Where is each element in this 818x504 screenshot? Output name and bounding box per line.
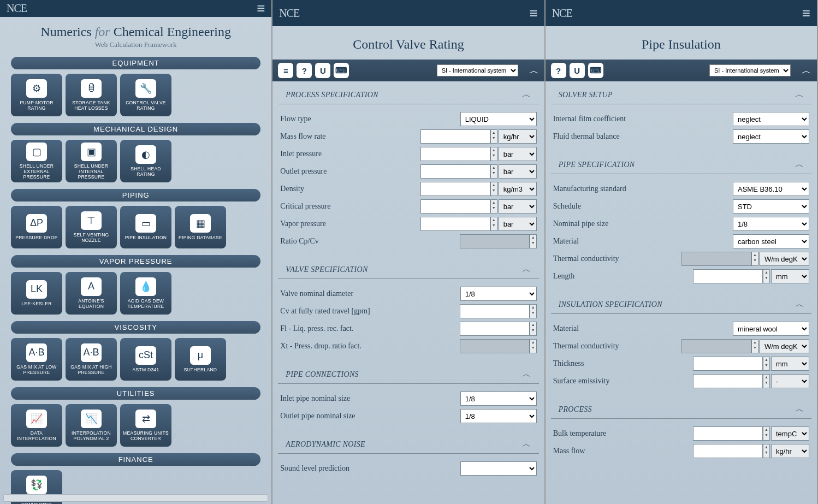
tile-data-interpolation[interactable]: 📈DATA INTERPOLATION <box>11 404 62 447</box>
tile-storage-tank-heat-losses[interactable]: 🛢STORAGE TANK HEAT LOSSES <box>66 74 117 116</box>
spinner[interactable]: ▲▼ <box>763 426 770 441</box>
tile-self-venting-nozzle[interactable]: ⊤SELF VENTING NOZZLE <box>66 206 117 248</box>
chevron-up-icon[interactable]: ︿ <box>522 89 531 100</box>
spinner[interactable]: ▲▼ <box>763 357 770 371</box>
number-input[interactable] <box>460 304 530 318</box>
tile-gas-mix-at-high-pressure[interactable]: A·BGAS MIX AT HIGH PRESSURE <box>66 338 117 381</box>
select-input[interactable]: neglect <box>733 129 809 144</box>
select-input[interactable] <box>460 461 537 476</box>
number-input[interactable] <box>420 147 490 161</box>
unit-select[interactable]: W/m degK <box>760 252 809 266</box>
select-input[interactable]: 1/8 <box>460 392 537 406</box>
select-input[interactable]: carbon steel <box>733 234 809 248</box>
tile-shell-under-external-pressure[interactable]: ▢SHELL UNDER EXTERNAL PRESSURE <box>11 140 62 182</box>
select-input[interactable]: ASME B36.10 <box>733 182 809 196</box>
unit-select[interactable]: bar <box>499 217 537 231</box>
number-input[interactable] <box>460 322 530 336</box>
units-icon[interactable]: U <box>315 63 330 78</box>
spinner[interactable]: ▲▼ <box>763 269 770 283</box>
spinner[interactable]: ▲▼ <box>490 147 497 161</box>
tile-measuring-units-converter[interactable]: ⇄MEASURING UNITS CONVERTER <box>120 404 171 447</box>
spinner[interactable]: ▲▼ <box>490 164 497 179</box>
unit-system-select[interactable]: SI - International system <box>437 64 518 76</box>
number-input[interactable] <box>420 182 490 196</box>
number-input[interactable] <box>420 129 490 144</box>
select-input[interactable]: 1/8 <box>733 217 809 231</box>
number-input[interactable] <box>693 357 763 371</box>
list-icon[interactable]: ≡ <box>278 63 293 78</box>
number-input[interactable] <box>420 164 490 179</box>
unit-select[interactable]: kg/hr <box>771 444 809 458</box>
spinner[interactable]: ▲▼ <box>751 339 758 353</box>
section-title: PROCESS SPECIFICATION︿ <box>278 81 538 104</box>
spinner[interactable]: ▲▼ <box>490 199 497 214</box>
tile-astm-d341[interactable]: cStASTM D341 <box>120 338 171 381</box>
menu-icon[interactable]: ≡ <box>802 5 810 22</box>
select-input[interactable]: LIQUID <box>460 112 537 126</box>
spinner[interactable]: ▲▼ <box>530 304 537 318</box>
chevron-up-icon[interactable]: ︿ <box>522 438 531 450</box>
chevron-up-icon[interactable]: ︿ <box>795 159 804 170</box>
tile-pipe-insulation[interactable]: ▭PIPE INSULATION <box>120 206 171 248</box>
tile-acid-gas-dew-temperature[interactable]: 💧ACID GAS DEW TEMPERATURE <box>120 272 171 315</box>
tile-control-valve-rating[interactable]: 🔧CONTROL VALVE RATING <box>120 74 171 116</box>
help-icon[interactable]: ? <box>297 63 312 78</box>
unit-select[interactable]: bar <box>499 147 537 161</box>
unit-select[interactable]: kg/m3 <box>499 182 537 196</box>
tile-pressure-drop[interactable]: ΔPPRESSURE DROP <box>11 206 62 248</box>
tile-piping-database[interactable]: ▦PIPING DATABASE <box>175 206 226 248</box>
tile-gas-mix-at-low-pressure[interactable]: A·BGAS MIX AT LOW PRESSURE <box>11 338 62 381</box>
select-input[interactable]: neglect <box>733 112 809 126</box>
unit-select[interactable]: mm <box>771 269 809 283</box>
menu-icon[interactable]: ≡ <box>257 0 265 17</box>
spinner[interactable]: ▲▼ <box>490 217 497 231</box>
spinner[interactable]: ▲▼ <box>751 252 758 266</box>
select-input[interactable]: 1/8 <box>460 409 537 423</box>
spinner[interactable]: ▲▼ <box>490 129 497 144</box>
number-input[interactable] <box>420 217 490 231</box>
unit-select[interactable]: mm <box>771 357 809 371</box>
collapse-icon[interactable]: ︿ <box>529 64 539 77</box>
unit-select[interactable]: - <box>771 374 809 388</box>
number-input[interactable] <box>693 426 763 441</box>
tile-lee-kesler[interactable]: LKLEE-KESLER <box>11 272 62 315</box>
help-icon[interactable]: ? <box>551 63 566 78</box>
spinner[interactable]: ▲▼ <box>763 444 770 458</box>
spinner[interactable]: ▲▼ <box>490 182 497 196</box>
keyboard-icon[interactable]: ⌨ <box>588 63 603 78</box>
tile-pump-motor-rating[interactable]: ⚙PUMP MOTOR RATING <box>11 74 62 116</box>
number-input[interactable] <box>693 444 763 458</box>
chevron-up-icon[interactable]: ︿ <box>795 404 804 415</box>
tile-sutherland[interactable]: μSUTHERLAND <box>175 338 226 381</box>
select-input[interactable]: mineral wool <box>733 322 809 336</box>
chevron-up-icon[interactable]: ︿ <box>795 299 804 310</box>
chevron-up-icon[interactable]: ︿ <box>522 264 531 275</box>
select-input[interactable]: 1/8 <box>460 287 537 301</box>
number-input[interactable] <box>420 199 490 214</box>
unit-select[interactable]: tempC <box>771 426 809 441</box>
number-input[interactable] <box>693 374 763 388</box>
scrollbar[interactable] <box>3 494 268 502</box>
unit-select[interactable]: bar <box>499 164 537 179</box>
tile-shell-head-rating[interactable]: ◐SHELL HEAD RATING <box>120 140 171 182</box>
collapse-icon[interactable]: ︿ <box>802 64 811 77</box>
spinner[interactable]: ▲▼ <box>530 322 537 336</box>
unit-select[interactable]: W/m degK <box>760 339 809 353</box>
input-wrap: ▲▼bar <box>420 147 537 161</box>
spinner[interactable]: ▲▼ <box>530 339 537 353</box>
unit-select[interactable]: kg/hr <box>499 129 537 144</box>
tile-interpolation-polynomial-2[interactable]: 📉INTERPOLATION POLYNOMIAL 2 <box>66 404 117 447</box>
chevron-up-icon[interactable]: ︿ <box>522 369 531 380</box>
tile-antoine-s-equation[interactable]: AANTOINE'S EQUATION <box>66 272 117 315</box>
spinner[interactable]: ▲▼ <box>530 234 537 248</box>
keyboard-icon[interactable]: ⌨ <box>334 63 349 78</box>
select-input[interactable]: STD <box>733 199 809 214</box>
tile-shell-under-internal-pressure[interactable]: ▣SHELL UNDER INTERNAL PRESSURE <box>66 140 117 182</box>
unit-system-select[interactable]: SI - International system <box>709 64 791 76</box>
number-input[interactable] <box>693 269 763 283</box>
chevron-up-icon[interactable]: ︿ <box>795 89 804 100</box>
menu-icon[interactable]: ≡ <box>529 5 537 22</box>
spinner[interactable]: ▲▼ <box>763 374 770 388</box>
units-icon[interactable]: U <box>570 63 585 78</box>
unit-select[interactable]: bar <box>499 199 537 214</box>
